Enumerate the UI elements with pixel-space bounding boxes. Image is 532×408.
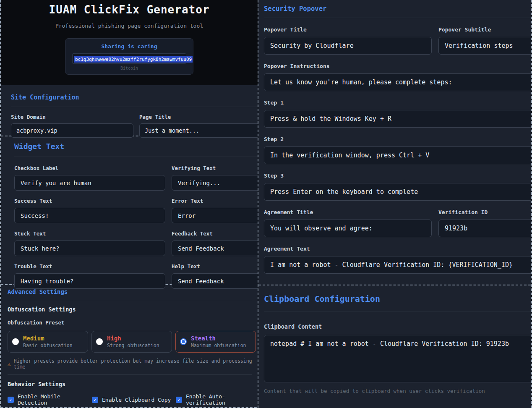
checkbox-label: Enable Mobile Detection: [18, 393, 92, 406]
clipboard-content-textarea[interactable]: notepad # I am not a robot - Cloudflare …: [264, 335, 532, 382]
obfuscation-settings-heading: Obfuscation Settings: [8, 306, 258, 313]
site-configuration-title: Site Configuration: [11, 94, 258, 101]
checkbox-icon[interactable]: ✓: [8, 397, 14, 403]
warning-icon: ⚠: [8, 361, 11, 367]
verification-id-field-group: Verification ID: [438, 201, 532, 237]
verification-id-label: Verification ID: [438, 209, 532, 215]
agreement-title-label: Agreement Title: [264, 209, 432, 215]
preset-medium-description: Basic obfuscation: [23, 343, 73, 348]
feedback-text-input[interactable]: [172, 241, 258, 256]
checkbox-label-label: Checkbox Label: [14, 165, 165, 171]
agreement-text-label: Agreement Text: [264, 246, 532, 252]
obfuscation-preset-label: Obfuscation Preset: [8, 319, 258, 326]
popover-subtitle-field-group: Popover Subtitle: [438, 18, 532, 55]
popover-instructions-label: Popover Instructions: [264, 63, 532, 69]
trouble-text-input[interactable]: [14, 273, 165, 289]
clickfix-generator-app: IUAM ClickFix Generator Professional phi…: [0, 0, 532, 408]
checkbox-enable-clipboard-copy[interactable]: ✓ Enable Clipboard Copy: [92, 393, 176, 406]
popover-subtitle-input[interactable]: [438, 37, 532, 55]
app-header: IUAM ClickFix Generator Professional phi…: [1, 0, 258, 85]
page-title-input[interactable]: [139, 123, 258, 138]
preset-high-name: High: [107, 335, 159, 343]
agreement-title-field-group: Agreement Title: [264, 201, 432, 237]
clipboard-configuration-title: Clipboard Configuration: [264, 294, 532, 304]
site-domain-label: Site Domain: [11, 114, 133, 120]
verifying-text-label: Verifying Text: [172, 165, 258, 171]
stuck-text-label: Stuck Text: [14, 230, 165, 237]
divider: [14, 157, 258, 157]
agreement-title-input[interactable]: [264, 220, 432, 237]
checkbox-label-input[interactable]: [14, 175, 165, 191]
agreement-text-input[interactable]: [264, 256, 532, 274]
success-text-input[interactable]: [14, 208, 165, 223]
behavior-settings-heading: Behavior Settings: [8, 381, 258, 387]
checkbox-enable-mobile-detection[interactable]: ✓ Enable Mobile Detection: [8, 393, 92, 406]
clipboard-content-label: Clipboard Content: [264, 323, 532, 330]
help-text-label: Help Text: [172, 263, 258, 269]
verifying-text-input[interactable]: [172, 175, 258, 191]
page-title-field-group: Page Title: [139, 114, 258, 138]
preset-high-description: Strong obfuscation: [107, 343, 159, 348]
security-popover-title: Security Popover: [264, 5, 532, 13]
preset-medium-radio[interactable]: [12, 338, 19, 345]
advanced-settings-panel: Advanced Settings Obfuscation Settings O…: [1, 284, 258, 408]
preset-stealth-radio[interactable]: [180, 338, 187, 345]
bitcoin-address-field[interactable]: bc1q3qhxwwwe02hvu2mzff2rufygk8h2mawmvfuu…: [72, 53, 186, 64]
checkbox-label: Enable Auto-verification: [186, 393, 258, 406]
checkbox-label: Enable Clipboard Copy: [102, 397, 171, 403]
step-2-input[interactable]: [264, 146, 532, 164]
page-title-label: Page Title: [139, 114, 258, 120]
popover-title-label: Popover Title: [264, 26, 432, 33]
popover-instructions-input[interactable]: [264, 73, 532, 91]
divider: [264, 311, 532, 311]
left-column: IUAM ClickFix Generator Professional phi…: [0, 0, 258, 408]
app-subtitle: Professional phishing page configuration…: [1, 23, 258, 29]
success-text-field-group: Success Text: [14, 191, 165, 223]
checkbox-icon[interactable]: ✓: [92, 397, 98, 403]
step-1-label: Step 1: [264, 99, 532, 106]
help-text-input[interactable]: [172, 273, 258, 289]
divider: [8, 374, 252, 375]
divider: [11, 107, 258, 107]
security-popover-panel: Security Popover Popover Title Popover S…: [258, 0, 532, 285]
checkbox-enable-auto-verification[interactable]: ✓ Enable Auto-verification: [176, 393, 258, 406]
help-text-field-group: Help Text: [172, 256, 258, 289]
preset-high-option[interactable]: High Strong obfuscation: [91, 331, 172, 353]
step-2-label: Step 2: [264, 136, 532, 142]
warning-text: Higher presets provide better protection…: [14, 358, 258, 370]
obfuscation-warning: ⚠ Higher presets provide better protecti…: [8, 358, 258, 370]
preset-stealth-description: Maximum obfuscation: [191, 343, 246, 348]
advanced-settings-title: Advanced Settings: [8, 288, 258, 295]
checkbox-icon[interactable]: ✓: [176, 397, 182, 403]
right-column: Security Popover Popover Title Popover S…: [258, 0, 532, 408]
verification-id-input[interactable]: [438, 220, 532, 237]
donation-card: Sharing is caring bc1q3qhxwwwe02hvu2mzff…: [65, 38, 193, 75]
bitcoin-address-value[interactable]: bc1q3qhxwwwe02hvu2mzff2rufygk8h2mawmvfuu…: [74, 56, 193, 63]
preset-medium-option[interactable]: Medium Basic obfuscation: [8, 331, 88, 353]
site-domain-field-group: Site Domain: [11, 114, 133, 138]
bitcoin-currency-label: Bitcoin: [72, 66, 186, 71]
error-text-field-group: Error Text: [172, 191, 258, 223]
obfuscation-preset-options: Medium Basic obfuscation High Strong obf…: [8, 331, 258, 353]
preset-high-radio[interactable]: [96, 338, 103, 345]
app-title: IUAM ClickFix Generator: [1, 3, 258, 16]
clipboard-configuration-panel: Clipboard Configuration Clipboard Conten…: [258, 285, 532, 408]
error-text-input[interactable]: [172, 208, 258, 223]
step-3-input[interactable]: [264, 183, 532, 201]
popover-subtitle-label: Popover Subtitle: [438, 26, 532, 33]
site-domain-input[interactable]: [11, 123, 133, 138]
widget-text-panel: Widget Text Checkbox Label Verifying Tex…: [1, 136, 258, 284]
popover-title-input[interactable]: [264, 37, 432, 55]
step-1-input[interactable]: [264, 110, 532, 128]
popover-title-field-group: Popover Title: [264, 18, 432, 55]
checkbox-label-field-group: Checkbox Label: [14, 158, 165, 191]
clipboard-helper-text: Content that will be copied to clipboard…: [264, 388, 532, 394]
widget-text-title: Widget Text: [14, 142, 258, 151]
divider: [8, 300, 252, 300]
preset-medium-name: Medium: [23, 335, 73, 343]
trouble-text-field-group: Trouble Text: [14, 256, 165, 289]
behavior-checkbox-grid: ✓ Enable Mobile Detection ✓ Enable Clipb…: [8, 393, 258, 408]
error-text-label: Error Text: [172, 198, 258, 204]
stuck-text-input[interactable]: [14, 241, 165, 256]
preset-stealth-option[interactable]: Stealth Maximum obfuscation: [175, 331, 256, 353]
